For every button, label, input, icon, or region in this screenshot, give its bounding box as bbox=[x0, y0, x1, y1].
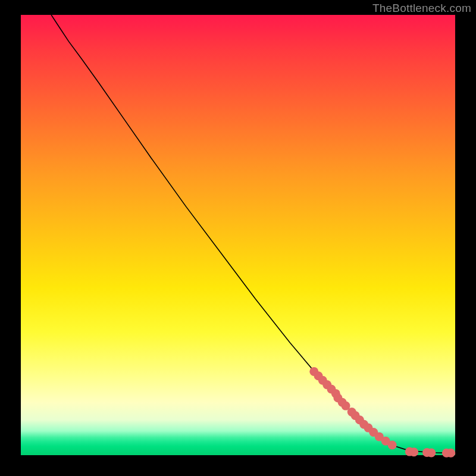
chart-frame: TheBottleneck.com bbox=[0, 0, 476, 476]
plot-area bbox=[21, 15, 455, 455]
highlight-dots-group bbox=[309, 367, 455, 458]
highlight-dot bbox=[409, 447, 418, 456]
chart-svg bbox=[21, 15, 455, 455]
watermark-text: TheBottleneck.com bbox=[372, 2, 471, 15]
highlight-dot bbox=[446, 449, 455, 458]
bottleneck-curve bbox=[51, 15, 455, 453]
highlight-dot bbox=[427, 448, 436, 457]
highlight-dot bbox=[388, 440, 397, 449]
